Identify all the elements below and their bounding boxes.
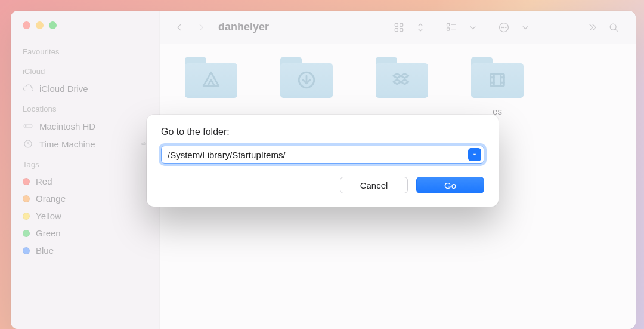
action-menu-button[interactable] [495, 19, 513, 36]
overflow-button[interactable] [583, 19, 601, 36]
sidebar-section-tags: Tags [11, 153, 159, 173]
button-label: Cancel [360, 180, 388, 190]
movies-glyph-icon [471, 62, 524, 98]
svg-rect-4 [400, 23, 403, 26]
sidebar-section-favourites: Favourites [11, 40, 159, 60]
sidebar-item-label: Time Machine [39, 139, 95, 149]
sidebar-item-label: iCloud Drive [39, 84, 88, 94]
go-button[interactable]: Go [416, 177, 484, 193]
sidebar-item-label: Yellow [36, 211, 61, 221]
svg-point-1 [26, 125, 26, 126]
view-switcher-chevrons-icon[interactable] [411, 19, 429, 36]
sidebar: Favourites iCloud iCloud Drive Locations… [11, 11, 160, 329]
svg-point-12 [501, 27, 502, 27]
sidebar-tag-red[interactable]: Red [11, 173, 159, 190]
view-icons-button[interactable] [390, 19, 408, 36]
search-button[interactable] [605, 19, 623, 36]
forward-button[interactable] [194, 21, 208, 34]
sidebar-item-label: Red [36, 176, 52, 186]
downloads-glyph-icon [280, 62, 333, 98]
dialog-title: Go to the folder: [161, 127, 484, 137]
folder-movies[interactable]: es [467, 55, 527, 116]
chevron-down-icon[interactable] [516, 19, 534, 36]
sidebar-tag-blue[interactable]: Blue [11, 242, 159, 259]
minimize-window-button[interactable] [36, 21, 44, 29]
folder-icon [376, 55, 428, 98]
tag-dot-yellow [23, 213, 30, 220]
sidebar-section-locations: Locations [11, 97, 159, 117]
toolbar-right-cluster [390, 19, 623, 36]
folder-path-combobox[interactable] [161, 146, 484, 164]
sidebar-item-icloud-drive[interactable]: iCloud Drive [11, 79, 159, 97]
combobox-dropdown-button[interactable] [468, 148, 481, 161]
maximize-window-button[interactable] [49, 21, 57, 29]
folder-dropbox[interactable] [372, 55, 432, 116]
svg-rect-6 [400, 28, 403, 31]
tag-dot-green [23, 230, 30, 237]
go-to-folder-dialog: Go to the folder: Cancel Go [147, 115, 499, 207]
time-machine-icon [23, 139, 33, 149]
folder-downloads[interactable] [277, 55, 336, 116]
folder-path-input[interactable] [162, 150, 468, 160]
sidebar-section-icloud: iCloud [11, 60, 159, 79]
cancel-button[interactable]: Cancel [340, 177, 408, 193]
folder-applications[interactable] [181, 55, 241, 116]
sidebar-item-time-machine[interactable]: Time Machine [11, 135, 159, 153]
sidebar-item-label: Orange [36, 193, 66, 204]
back-button[interactable] [173, 21, 186, 34]
applications-glyph-icon [185, 62, 237, 98]
sidebar-item-label: Blue [36, 245, 54, 256]
svg-rect-8 [447, 27, 450, 30]
sidebar-item-label: Macintosh HD [39, 121, 95, 131]
svg-point-13 [503, 27, 504, 27]
folder-icon [471, 55, 524, 98]
svg-point-15 [610, 24, 616, 30]
svg-line-16 [615, 29, 618, 31]
dialog-button-row: Cancel Go [161, 177, 484, 193]
svg-rect-5 [395, 28, 398, 31]
close-window-button[interactable] [23, 21, 30, 29]
window-title: danhelyer [218, 21, 269, 33]
toolbar: danhelyer [160, 11, 636, 44]
svg-rect-3 [395, 23, 398, 26]
chevron-down-icon[interactable] [464, 19, 482, 36]
sidebar-tag-green[interactable]: Green [11, 225, 159, 242]
sidebar-tag-orange[interactable]: Orange [11, 190, 159, 207]
dropbox-glyph-icon [376, 62, 428, 98]
tag-dot-red [23, 178, 30, 185]
folder-icon [185, 55, 237, 98]
tag-dot-blue [23, 247, 30, 254]
group-by-button[interactable] [442, 19, 460, 36]
disk-icon [23, 121, 33, 131]
sidebar-tag-yellow[interactable]: Yellow [11, 207, 159, 225]
svg-point-14 [506, 27, 506, 27]
folder-icon [280, 55, 333, 98]
tag-dot-orange [23, 195, 30, 202]
svg-rect-7 [447, 23, 450, 26]
svg-rect-18 [491, 74, 504, 86]
window-traffic-lights [11, 21, 159, 29]
sidebar-item-macintosh-hd[interactable]: Macintosh HD [11, 117, 159, 135]
sidebar-item-label: Green [36, 228, 61, 238]
cloud-icon [23, 83, 33, 94]
button-label: Go [444, 180, 456, 190]
